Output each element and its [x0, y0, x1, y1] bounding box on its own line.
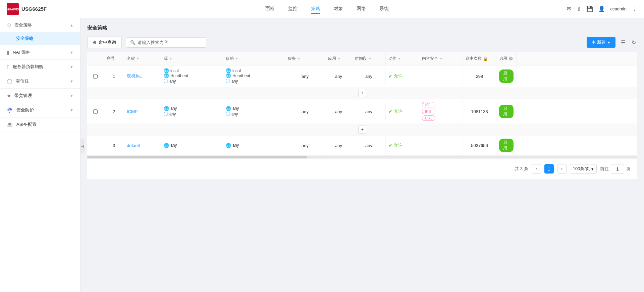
search-input[interactable]: [138, 40, 202, 45]
filter-source-icon[interactable]: ▼: [169, 57, 172, 60]
bandwidth-icon: ★: [7, 93, 11, 99]
th-dest[interactable]: 目的 ▼: [223, 52, 285, 65]
enable-badge-1[interactable]: 启用: [499, 69, 514, 83]
filter-action-icon[interactable]: ▼: [398, 57, 401, 60]
allow-badge-2: ✔ 允许: [388, 108, 402, 114]
hit-query-button[interactable]: ⊕ 命中查询: [87, 37, 122, 48]
toolbar-icons: ☰ ↻: [620, 38, 637, 47]
sidebar-item-security-protect[interactable]: ☔ 安全防护 ▼: [0, 103, 80, 117]
goto-input[interactable]: [611, 164, 624, 174]
per-page-chevron: ▾: [591, 166, 594, 172]
th-service[interactable]: 服务 ▼: [285, 52, 325, 65]
add-row-button-1[interactable]: +: [358, 89, 366, 97]
upload-icon[interactable]: ⇧: [577, 6, 581, 12]
new-button[interactable]: ✚ 新建 ▾: [587, 37, 615, 48]
th-enable[interactable]: 启用 ⚙: [496, 52, 517, 65]
row-checkbox-1[interactable]: [93, 74, 98, 79]
allow-badge-3: ✔ 允许: [388, 142, 402, 148]
sidebar-item-nat[interactable]: ▮ NAT策略 ▼: [0, 45, 80, 59]
save-icon[interactable]: 💾: [586, 6, 593, 12]
filter-dest-icon[interactable]: ▼: [235, 57, 238, 60]
td-service-1: any: [285, 68, 325, 85]
sidebar-sub-security-policy[interactable]: 安全策略: [0, 32, 80, 45]
td-content-2[interactable]: AV IPS URL: [419, 99, 463, 124]
filter-time-icon[interactable]: ▼: [368, 57, 372, 60]
td-name-3[interactable]: default: [124, 137, 161, 154]
th-source[interactable]: 源 ▼: [161, 52, 223, 65]
th-content[interactable]: 内容安全 ▼: [419, 52, 463, 65]
nav-monitor[interactable]: 监控: [288, 4, 298, 14]
table-row-group-3: 3 default 🌐 any 🌐 any any: [87, 136, 637, 155]
policy-link-3[interactable]: default: [127, 143, 140, 148]
device-model: USG6625F: [21, 6, 47, 12]
username[interactable]: ccadmin: [610, 6, 627, 11]
sidebar-item-zerotrust[interactable]: ◯ 零信任 ▼: [0, 74, 80, 88]
nav-system[interactable]: 系统: [379, 4, 389, 14]
table-row: 2 ICMP 🌐 any ⓘ any 🌐: [87, 99, 637, 124]
new-dropdown-icon: ▾: [608, 40, 610, 45]
search-box[interactable]: 🔍: [126, 37, 206, 48]
th-action[interactable]: 动作 ▼: [386, 52, 419, 65]
td-enable-3[interactable]: 启用: [496, 136, 517, 155]
nav-policy[interactable]: 策略: [311, 4, 320, 14]
prev-page-button[interactable]: ‹: [532, 164, 541, 174]
globe-icon-dst1: 🌐: [226, 68, 231, 73]
source-ip-1: ⓘ any: [164, 78, 176, 84]
badge-av-2[interactable]: AV: [422, 102, 435, 107]
td-hits-3: 5037656: [463, 137, 496, 154]
per-page-select[interactable]: 100条/页 ▾: [570, 164, 597, 174]
td-enable-2[interactable]: 启用: [496, 102, 517, 121]
td-enable-1[interactable]: 启用: [496, 67, 517, 86]
ip-icon-dst2: ⓘ: [226, 111, 230, 117]
next-page-button[interactable]: ›: [557, 164, 567, 174]
source-zone-3: 🌐 any: [164, 143, 177, 148]
policy-link-1[interactable]: 双机热...: [127, 73, 144, 79]
sidebar-collapse-button[interactable]: ◀: [80, 139, 85, 153]
td-name-1[interactable]: 双机热...: [124, 68, 161, 85]
th-app[interactable]: 应用 ▼: [325, 52, 352, 65]
nav-network[interactable]: 网络: [357, 4, 366, 14]
sidebar-item-slb[interactable]: ▯ 服务器负载均衡 ▼: [0, 60, 80, 74]
td-content-1: [419, 68, 463, 85]
nav-panel[interactable]: 面板: [265, 4, 275, 14]
globe-icon-src2: 🌐: [164, 106, 169, 111]
sidebar-item-bandwidth[interactable]: ★ 带宽管理 ▼: [0, 89, 80, 103]
filter-content-icon[interactable]: ▼: [439, 57, 443, 60]
filter-service-icon[interactable]: ▼: [297, 57, 301, 60]
badge-ips-2[interactable]: IPS: [422, 109, 435, 114]
table-row-group-1: 1 双机热... 🌐 local 🌐 Heartbeat ⓘ any: [87, 65, 637, 99]
more-icon[interactable]: ⋮: [632, 6, 637, 12]
filter-name-icon[interactable]: ▼: [136, 57, 140, 60]
row-checkbox-2[interactable]: [93, 109, 98, 114]
enable-badge-2[interactable]: 启用: [499, 105, 514, 118]
td-seq-3: 3: [104, 137, 124, 154]
check-icon-3: ✔: [388, 143, 392, 148]
globe-icon-src1: 🌐: [164, 68, 169, 73]
ip-icon-src1: ⓘ: [164, 78, 168, 84]
td-name-2[interactable]: ICMP: [124, 103, 161, 120]
sidebar-label-zerotrust: 零信任: [16, 78, 29, 84]
th-time[interactable]: 时间段 ▼: [352, 52, 386, 65]
th-name[interactable]: 名称 ▼: [124, 52, 161, 65]
sidebar-item-security-policy[interactable]: ☉ 安全策略 ▲: [0, 18, 80, 32]
user-icon: 👤: [598, 6, 605, 12]
sidebar-label-aspf: ASPF配置: [16, 121, 37, 128]
filter-app-icon[interactable]: ▼: [337, 57, 341, 60]
td-checkbox-2[interactable]: [87, 103, 104, 120]
sidebar-label-nat: NAT策略: [13, 49, 30, 55]
toolbar-list-icon[interactable]: ☰: [620, 38, 627, 47]
toolbar-refresh-icon[interactable]: ↻: [630, 38, 637, 47]
td-checkbox-1[interactable]: [87, 68, 104, 85]
check-icon-1: ✔: [388, 74, 392, 79]
enable-badge-3[interactable]: 启用: [499, 139, 514, 152]
sidebar-item-aspf[interactable]: ☕ ASPF配置: [0, 117, 80, 132]
horizontal-scrollbar[interactable]: [87, 156, 637, 158]
scrollbar-thumb[interactable]: [87, 156, 307, 158]
nav-object[interactable]: 对象: [334, 4, 343, 14]
message-icon[interactable]: ✉: [567, 6, 571, 12]
gear-icon[interactable]: ⚙: [508, 55, 513, 62]
badge-url-2[interactable]: URL: [422, 115, 435, 121]
page-1-button[interactable]: 1: [544, 164, 554, 174]
add-row-button-2[interactable]: +: [358, 126, 366, 134]
policy-link-2[interactable]: ICMP: [127, 109, 138, 114]
